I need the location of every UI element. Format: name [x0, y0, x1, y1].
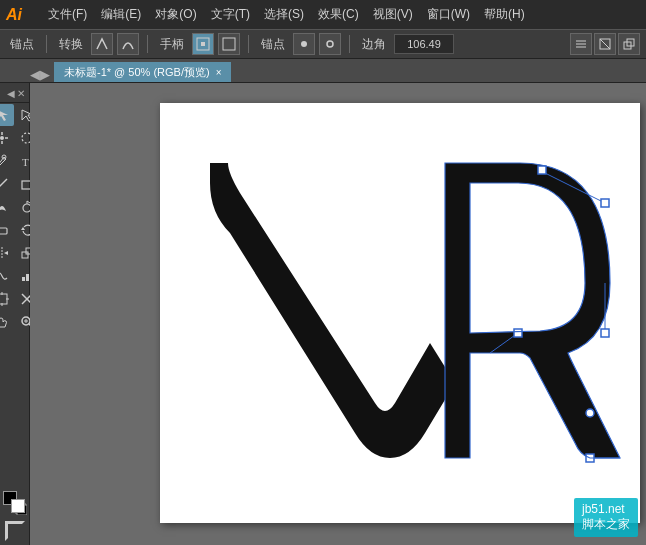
background-color-box[interactable] [11, 499, 25, 513]
anchor-point-2[interactable] [601, 199, 609, 207]
handle-label: 手柄 [156, 36, 188, 53]
panel-close-icon[interactable]: ✕ [17, 88, 25, 99]
svg-point-4 [327, 41, 333, 47]
svg-point-18 [0, 136, 4, 140]
menu-select[interactable]: 选择(S) [258, 4, 310, 25]
canvas-area[interactable]: jb51.net 脚本之家 [30, 83, 646, 545]
select-tool[interactable] [0, 104, 14, 126]
separator-2 [147, 35, 148, 53]
menu-view[interactable]: 视图(V) [367, 4, 419, 25]
artboard-tool[interactable] [0, 288, 14, 310]
anchor-label: 锚点 [6, 36, 38, 53]
color-indicators [3, 491, 27, 541]
convert-label: 转换 [55, 36, 87, 53]
menu-bar: 文件(F) 编辑(E) 对象(O) 文字(T) 选择(S) 效果(C) 视图(V… [42, 4, 531, 25]
svg-rect-50 [160, 103, 640, 523]
svg-rect-27 [0, 228, 7, 234]
transform-btn[interactable] [594, 33, 616, 55]
menu-help[interactable]: 帮助(H) [478, 4, 531, 25]
document-tab[interactable]: 未标题-1* @ 50% (RGB/预览) × [54, 62, 231, 82]
menu-window[interactable]: 窗口(W) [421, 4, 476, 25]
pathfinder-btn[interactable] [618, 33, 640, 55]
separator-1 [46, 35, 47, 53]
menu-text[interactable]: 文字(T) [205, 4, 256, 25]
title-bar: Ai 文件(F) 编辑(E) 对象(O) 文字(T) 选择(S) 效果(C) 视… [0, 0, 646, 29]
convert-btn-2[interactable] [117, 33, 139, 55]
tab-label: 未标题-1* @ 50% (RGB/预览) [64, 65, 210, 80]
handle-btn-1[interactable] [192, 33, 214, 55]
anchor-dot-btn-2[interactable] [319, 33, 341, 55]
svg-rect-32 [22, 252, 28, 258]
pen-tool[interactable] [0, 150, 14, 172]
watermark: jb51.net 脚本之家 [574, 498, 638, 537]
separator-3 [248, 35, 249, 53]
anchor-point-circle[interactable] [586, 409, 594, 417]
panel-toggle[interactable]: ◀ [7, 88, 15, 99]
svg-point-3 [301, 41, 307, 47]
svg-marker-12 [0, 110, 8, 121]
magic-wand-tool[interactable] [0, 127, 14, 149]
corner-value-input[interactable] [394, 34, 454, 54]
eraser-tool[interactable] [0, 219, 14, 241]
vr-logo-svg [160, 103, 640, 523]
ai-logo-icon: Ai [6, 6, 34, 24]
anchor-point-4[interactable] [514, 329, 522, 337]
menu-edit[interactable]: 编辑(E) [95, 4, 147, 25]
handle-btn-2[interactable] [218, 33, 240, 55]
svg-line-22 [0, 179, 7, 189]
svg-text:T: T [22, 156, 29, 168]
svg-rect-34 [22, 277, 25, 281]
corner-label: 边角 [358, 36, 390, 53]
paint-tool[interactable] [0, 196, 14, 218]
svg-rect-1 [201, 42, 205, 46]
svg-line-9 [600, 39, 610, 49]
menu-object[interactable]: 对象(O) [149, 4, 202, 25]
tab-bar: ◀▶ 未标题-1* @ 50% (RGB/预览) × [0, 59, 646, 83]
svg-marker-31 [4, 251, 8, 255]
anchor-dot-btn[interactable] [293, 33, 315, 55]
menu-file[interactable]: 文件(F) [42, 4, 93, 25]
panel-header: ◀ ✕ [0, 85, 29, 103]
hand-tool[interactable] [0, 311, 14, 333]
tools-panel: ◀ ✕ T [0, 83, 30, 545]
convert-btn-1[interactable] [91, 33, 113, 55]
anchor-point-3[interactable] [601, 329, 609, 337]
svg-marker-28 [21, 227, 25, 230]
anchor-point-1[interactable] [538, 166, 546, 174]
warp-tool[interactable] [0, 265, 14, 287]
line-tool[interactable] [0, 173, 14, 195]
watermark-site: jb51.net [582, 502, 630, 516]
anchor-label-2: 锚点 [257, 36, 289, 53]
watermark-name: 脚本之家 [582, 516, 630, 533]
main-area: ◀ ✕ T [0, 83, 646, 545]
panel-collapse-btn[interactable]: ◀▶ [30, 67, 50, 82]
no-fill-indicator [5, 521, 25, 541]
tab-close-btn[interactable]: × [216, 67, 222, 78]
svg-rect-37 [0, 294, 7, 304]
mirror-tool[interactable] [0, 242, 14, 264]
menu-effect[interactable]: 效果(C) [312, 4, 365, 25]
svg-rect-2 [223, 38, 235, 50]
options-toolbar: 锚点 转换 手柄 锚点 边角 [0, 29, 646, 59]
separator-4 [349, 35, 350, 53]
svg-rect-35 [26, 274, 29, 281]
align-btn[interactable] [570, 33, 592, 55]
